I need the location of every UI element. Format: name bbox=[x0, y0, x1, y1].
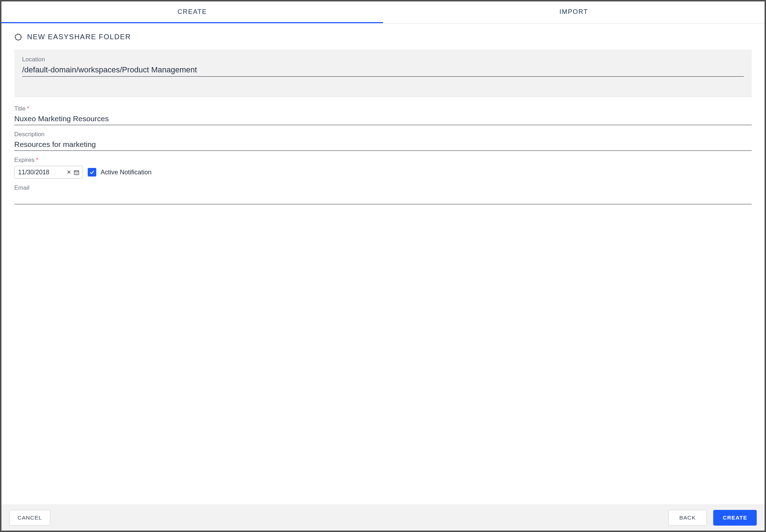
cancel-button-label: CANCEL bbox=[17, 515, 42, 521]
svg-point-5 bbox=[75, 172, 76, 173]
tab-create[interactable]: CREATE bbox=[1, 1, 383, 23]
description-field: Description bbox=[14, 131, 752, 151]
form-header: NEW EASYSHARE FOLDER bbox=[14, 33, 752, 41]
title-label: Title* bbox=[14, 105, 752, 112]
tab-import[interactable]: IMPORT bbox=[383, 1, 765, 23]
email-input[interactable] bbox=[14, 192, 752, 204]
calendar-icon[interactable] bbox=[73, 169, 80, 175]
expires-field: Expires* 11/30/2018 ✕ bbox=[14, 157, 752, 179]
title-label-text: Title bbox=[14, 105, 26, 112]
email-field: Email bbox=[14, 184, 752, 204]
active-notification-checkbox[interactable] bbox=[88, 168, 96, 177]
expires-date-value: 11/30/2018 bbox=[18, 169, 65, 176]
tab-create-label: CREATE bbox=[178, 8, 207, 16]
svg-point-8 bbox=[75, 173, 76, 174]
expires-label: Expires* bbox=[14, 157, 752, 164]
active-notification-field: Active Notification bbox=[88, 168, 152, 177]
required-star-icon: * bbox=[27, 105, 30, 112]
description-input[interactable] bbox=[14, 139, 752, 151]
create-dialog: CREATE IMPORT NEW EASYSHARE FOLDER Locat… bbox=[0, 0, 766, 532]
footer-right: BACK CREATE bbox=[668, 510, 757, 526]
active-notification-label: Active Notification bbox=[101, 169, 152, 176]
back-button[interactable]: BACK bbox=[668, 510, 707, 526]
expires-date-picker[interactable]: 11/30/2018 ✕ bbox=[14, 166, 83, 179]
form-content: NEW EASYSHARE FOLDER Location Title* Des… bbox=[1, 24, 765, 505]
required-star-icon: * bbox=[36, 157, 39, 163]
expires-label-text: Expires bbox=[14, 157, 35, 163]
back-button-label: BACK bbox=[679, 515, 696, 521]
create-button-label: CREATE bbox=[723, 515, 747, 521]
title-field: Title* bbox=[14, 105, 752, 125]
location-block: Location bbox=[14, 50, 752, 97]
easyshare-icon bbox=[14, 33, 22, 41]
dialog-footer: CANCEL BACK CREATE bbox=[1, 505, 765, 531]
svg-point-0 bbox=[15, 34, 21, 40]
location-input[interactable] bbox=[22, 64, 744, 77]
description-label: Description bbox=[14, 131, 752, 138]
svg-point-7 bbox=[77, 172, 78, 173]
location-label: Location bbox=[22, 56, 744, 63]
form-title: NEW EASYSHARE FOLDER bbox=[27, 33, 131, 41]
create-button[interactable]: CREATE bbox=[713, 510, 757, 526]
title-input[interactable] bbox=[14, 113, 752, 125]
expires-row: 11/30/2018 ✕ bbox=[14, 166, 752, 179]
checkmark-icon bbox=[89, 169, 95, 175]
svg-point-10 bbox=[77, 173, 78, 174]
cancel-button[interactable]: CANCEL bbox=[9, 510, 50, 526]
svg-point-9 bbox=[76, 173, 77, 174]
clear-date-icon[interactable]: ✕ bbox=[65, 169, 73, 175]
svg-point-6 bbox=[76, 172, 77, 173]
tab-bar: CREATE IMPORT bbox=[1, 1, 765, 24]
email-label: Email bbox=[14, 184, 752, 191]
tab-import-label: IMPORT bbox=[560, 8, 588, 16]
